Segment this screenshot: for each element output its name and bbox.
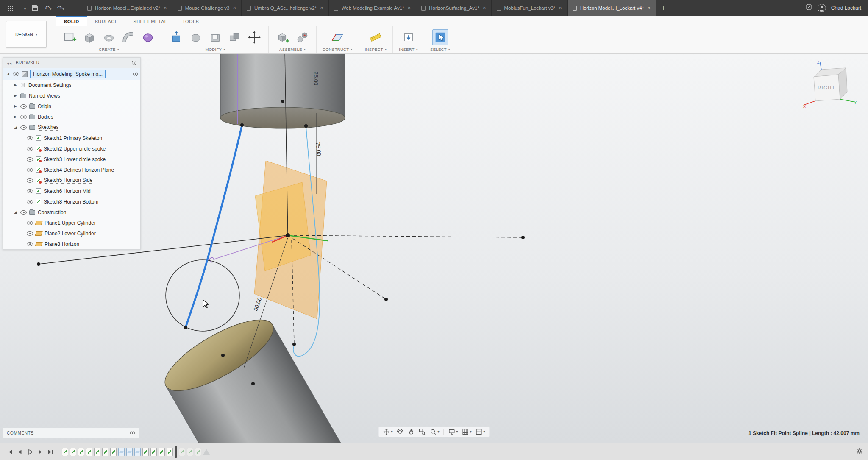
combine-icon[interactable]	[227, 29, 243, 45]
timeline-feature-7[interactable]	[110, 448, 117, 456]
visibility-eye-icon[interactable]	[27, 168, 33, 172]
tab-close-icon[interactable]	[483, 5, 486, 11]
create-form-icon[interactable]	[140, 29, 156, 45]
browser-collapse-icon[interactable]	[7, 61, 12, 65]
document-tab[interactable]: Umbra Q_ASc...hallenge v2*	[242, 0, 329, 16]
skip-to-end-icon[interactable]	[46, 447, 55, 457]
selected-fit-point-spline[interactable]	[186, 125, 242, 327]
timeline-feature-18[interactable]	[195, 448, 201, 456]
measure-icon[interactable]	[367, 29, 384, 45]
timeline-feature-16[interactable]	[179, 448, 185, 456]
modify-group-label[interactable]: MODIFY	[205, 47, 225, 52]
press-pull-icon[interactable]	[168, 29, 184, 45]
extrude-icon[interactable]	[81, 29, 97, 45]
activate-component-radio[interactable]	[133, 72, 138, 76]
tab-sheet-metal[interactable]: SHEET METAL	[125, 16, 175, 26]
timeline-feature-3[interactable]	[78, 448, 84, 456]
tab-close-icon[interactable]	[647, 5, 651, 11]
timeline-feature-13[interactable]	[159, 448, 165, 456]
timeline-track[interactable]	[62, 446, 856, 458]
sketch-circle[interactable]	[166, 260, 239, 331]
timeline-feature-14[interactable]	[167, 448, 173, 456]
construct-group-label[interactable]: CONSTRUCT	[323, 47, 353, 52]
document-tab[interactable]: HorizonSurfacing_Av1*	[416, 0, 491, 16]
extensions-icon[interactable]	[805, 3, 812, 12]
shell-icon[interactable]	[207, 29, 223, 45]
insert-group-label[interactable]: INSERT	[399, 47, 418, 52]
visibility-eye-icon[interactable]	[20, 210, 27, 215]
new-component-icon[interactable]	[275, 29, 291, 45]
pan-hand-icon[interactable]	[406, 427, 416, 436]
create-sketch-icon[interactable]	[62, 29, 78, 45]
save-icon[interactable]	[30, 3, 41, 14]
browser-item-sketches[interactable]: Sketches	[3, 122, 140, 133]
browser-item-origin[interactable]: Origin	[3, 101, 140, 112]
document-tab-active[interactable]: Horizon Model...l_Lockart v4*	[568, 0, 656, 16]
visibility-eye-icon[interactable]	[27, 136, 33, 140]
browser-item-sketch4[interactable]: Sketch4 Defines Horizon Plane	[3, 164, 140, 175]
browser-item-plane2[interactable]: Plane2 Lower Cylinder	[3, 228, 140, 239]
joint-icon[interactable]	[294, 29, 310, 45]
expand-icon[interactable]	[13, 94, 18, 98]
create-group-label[interactable]: CREATE	[99, 47, 119, 52]
tab-tools[interactable]: TOOLS	[175, 16, 206, 26]
timeline-feature-1[interactable]	[62, 448, 68, 456]
timeline-feature-5[interactable]	[94, 448, 100, 456]
visibility-eye-icon[interactable]	[27, 200, 33, 204]
construct-plane-icon[interactable]	[329, 29, 345, 45]
pan-icon[interactable]	[381, 427, 394, 436]
visibility-eye-icon[interactable]	[27, 178, 33, 183]
timeline-feature-10[interactable]	[134, 448, 141, 456]
visibility-eye-icon[interactable]	[27, 189, 33, 193]
tab-close-icon[interactable]	[559, 5, 562, 11]
browser-item-sketch2[interactable]: Sketch2 Upper circle spoke	[3, 143, 140, 154]
visibility-eye-icon[interactable]	[20, 104, 27, 109]
tab-solid[interactable]: SOLID	[56, 16, 87, 26]
expand-icon[interactable]	[13, 125, 18, 129]
document-tab[interactable]: MobiusFun_Lockart v3*	[492, 0, 568, 16]
visibility-eye-icon[interactable]	[27, 242, 33, 246]
skip-to-start-icon[interactable]	[5, 447, 14, 457]
visibility-eye-icon[interactable]	[20, 115, 27, 119]
browser-item-named-views[interactable]: Named Views	[3, 90, 140, 101]
visibility-eye-icon[interactable]	[13, 72, 19, 76]
expand-icon[interactable]	[6, 72, 10, 76]
browser-options-icon[interactable]	[132, 61, 136, 65]
tab-surface[interactable]: SURFACE	[87, 16, 126, 26]
browser-root-component[interactable]: Horizon Modeling_Spoke mo...	[3, 68, 140, 80]
browser-item-sketch1[interactable]: Sketch1 Primary Skeleton	[3, 133, 140, 143]
document-tab[interactable]: Web Modeling Example Av1*	[329, 0, 416, 16]
tab-close-icon[interactable]	[164, 5, 167, 11]
assemble-group-label[interactable]: ASSEMBLE	[279, 47, 306, 52]
viewports-icon[interactable]	[474, 427, 487, 436]
step-forward-icon[interactable]	[36, 447, 45, 457]
expand-icon[interactable]	[13, 104, 18, 108]
timeline-feature-9[interactable]	[126, 448, 133, 456]
expand-icon[interactable]	[13, 115, 18, 119]
comments-options-icon[interactable]	[130, 431, 135, 435]
timeline-position-marker[interactable]	[175, 446, 177, 458]
timeline-feature-2[interactable]	[70, 448, 76, 456]
visibility-eye-icon[interactable]	[20, 125, 27, 130]
play-icon[interactable]	[25, 447, 35, 457]
grid-settings-icon[interactable]	[460, 427, 473, 436]
workspace-switcher[interactable]: DESIGN	[6, 21, 47, 48]
revolve-icon[interactable]	[101, 29, 117, 45]
document-tab[interactable]: Mouse Challenge v3	[172, 0, 242, 16]
offset-plane[interactable]	[255, 182, 311, 271]
view-cube[interactable]: RIGHT X Y Z	[801, 60, 857, 112]
tab-close-icon[interactable]	[320, 5, 323, 11]
browser-item-sketch8[interactable]: Sketch8 Horizon Bottom	[3, 196, 140, 207]
document-tab[interactable]: Horizon Model...Explained v2*	[82, 0, 172, 16]
comments-bar[interactable]: COMMENTS	[3, 428, 139, 438]
select-tool-icon[interactable]	[432, 29, 448, 45]
timeline-feature-8[interactable]	[118, 448, 125, 456]
timeline-feature-17[interactable]	[187, 448, 193, 456]
browser-item-plane1[interactable]: Plane1 Upper Cylinder	[3, 217, 140, 228]
timeline-feature-6[interactable]	[102, 448, 108, 456]
tab-close-icon[interactable]	[233, 5, 236, 11]
sweep-icon[interactable]	[120, 29, 136, 45]
browser-item-document-settings[interactable]: Document Settings	[3, 80, 140, 90]
zoom-window-icon[interactable]	[417, 427, 427, 436]
model-canvas[interactable]: 25.00 75.00 30.00	[0, 54, 868, 443]
